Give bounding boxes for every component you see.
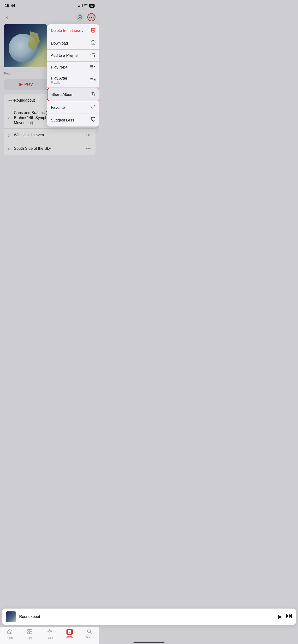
track-more-button[interactable]: ••• [84, 132, 92, 139]
battery-icon: 86 [89, 4, 95, 8]
download-menu-icon [91, 40, 95, 46]
svg-point-3 [93, 17, 94, 18]
play-next-icon [90, 65, 95, 70]
menu-item-playlist[interactable]: Add to a Playlist... [47, 50, 99, 62]
play-after-icon [90, 78, 95, 83]
status-time: 15:44 [5, 3, 15, 8]
menu-item-delete-label: Delete from Library [51, 28, 83, 33]
menu-item-play-next[interactable]: Play Next [47, 62, 99, 73]
menu-item-favorite-label: Favorite [51, 106, 65, 110]
menu-item-favorite[interactable]: Favorite [47, 101, 99, 114]
svg-point-2 [91, 17, 92, 18]
track-item[interactable]: 4 South Side of the Sky ••• [4, 142, 95, 155]
album-section: Delete from Library Download Add to a Pl… [0, 24, 99, 70]
header-right [76, 13, 95, 21]
track-item[interactable]: 3 We Have Heaven ••• [4, 129, 95, 142]
track-number: 2 [8, 116, 14, 120]
play-button[interactable]: ▶ Play [4, 78, 48, 90]
menu-item-suggest-less-label: Suggest Less [51, 118, 74, 122]
download-button[interactable] [76, 13, 84, 21]
menu-item-suggest-less[interactable]: Suggest Less [47, 114, 99, 126]
menu-item-download[interactable]: Download [47, 37, 99, 50]
menu-item-download-label: Download [51, 41, 68, 46]
menu-item-share[interactable]: Share Album... [47, 88, 99, 101]
menu-item-play-after-label: Play After [51, 76, 67, 80]
track-playing-indicator [8, 100, 14, 101]
back-button[interactable]: ‹ [4, 12, 10, 22]
menu-item-play-after-content: Play After Fragile [51, 76, 67, 84]
menu-item-play-after-subtext: Fragile [51, 81, 67, 84]
thumbs-down-icon [91, 117, 95, 124]
signal-bars-icon [78, 4, 83, 7]
menu-item-delete[interactable]: Delete from Library [47, 24, 99, 37]
play-triangle-icon: ▶ [20, 82, 23, 87]
menu-item-play-next-label: Play Next [51, 65, 67, 70]
menu-item-share-label: Share Album... [51, 92, 77, 97]
status-icons: 86 [78, 4, 95, 8]
favorite-icon [90, 104, 95, 110]
track-more-button[interactable]: ••• [84, 145, 92, 152]
add-playlist-icon [90, 53, 95, 58]
track-title: We Have Heaven [14, 133, 84, 138]
svg-point-1 [89, 17, 90, 18]
genre-badge: Rock · · · [4, 72, 16, 75]
share-icon [90, 91, 95, 98]
track-number: 4 [8, 146, 14, 151]
status-bar: 15:44 86 [0, 0, 99, 10]
context-menu: Delete from Library Download Add to a Pl… [47, 24, 99, 126]
track-title: South Side of the Sky [14, 146, 84, 151]
menu-item-playlist-label: Add to a Playlist... [51, 54, 82, 58]
wifi-icon [84, 4, 88, 8]
menu-item-play-after[interactable]: Play After Fragile [47, 73, 99, 88]
more-button[interactable] [87, 13, 95, 21]
track-number: 3 [8, 133, 14, 137]
album-art [4, 24, 47, 67]
trash-icon [91, 27, 95, 34]
svg-point-5 [90, 54, 91, 55]
header: ‹ [0, 10, 99, 24]
